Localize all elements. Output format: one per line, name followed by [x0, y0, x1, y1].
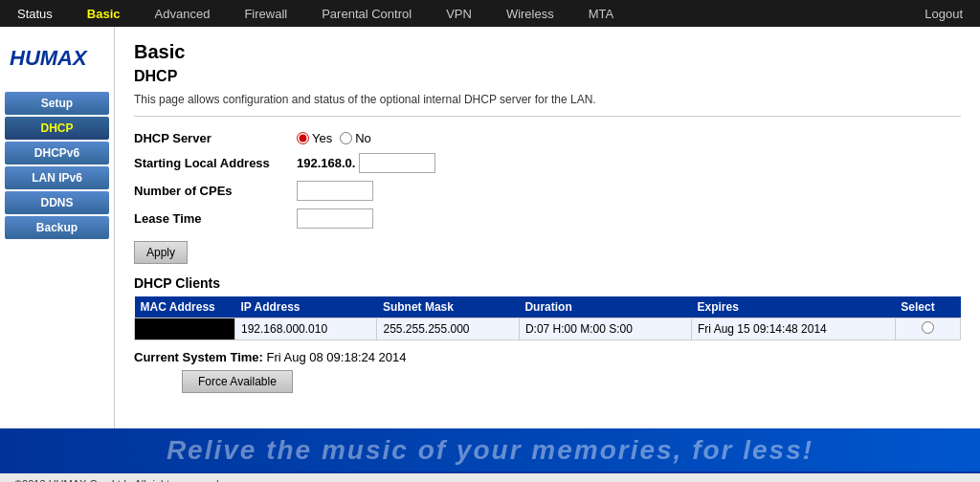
- dhcp-server-yes-radio[interactable]: [297, 132, 309, 144]
- dhcp-server-yes-text: Yes: [312, 131, 332, 145]
- current-time-value: Fri Aug 08 09:18:24 2014: [266, 350, 406, 364]
- starting-address-value: 192.168.0. 10: [297, 153, 435, 173]
- dhcp-server-no-radio[interactable]: [340, 132, 352, 144]
- dhcp-clients-table: MAC Address IP Address Subnet Mask Durat…: [134, 296, 961, 340]
- col-duration: Duration: [519, 296, 691, 318]
- cell-select[interactable]: [895, 318, 960, 340]
- cell-duration: D:07 H:00 M:00 S:00: [519, 318, 691, 340]
- sidebar-item-dhcp[interactable]: DHCP: [5, 117, 109, 140]
- ip-prefix: 192.168.0.: [297, 156, 355, 170]
- sidebar-item-setup[interactable]: Setup: [5, 92, 109, 115]
- num-cpes-row: Number of CPEs 1: [134, 181, 961, 201]
- section-title: DHCP: [134, 68, 961, 85]
- lease-time-row: Lease Time 604800: [134, 208, 961, 229]
- col-subnet: Subnet Mask: [377, 296, 519, 318]
- cell-expires: Fri Aug 15 09:14:48 2014: [691, 318, 895, 340]
- sidebar: HUMAX Setup DHCP DHCPv6 LAN IPv6 DDNS Ba…: [0, 27, 115, 428]
- num-cpes-input[interactable]: 1: [297, 181, 373, 201]
- page-title: Basic: [134, 41, 961, 63]
- dhcp-server-row: DHCP Server Yes No: [134, 131, 961, 145]
- logo: HUMAX: [0, 36, 114, 90]
- nav-advanced[interactable]: Advanced: [138, 0, 228, 27]
- table-row: 192.168.000.010 255.255.255.000 D:07 H:0…: [135, 318, 961, 340]
- sidebar-item-ddns[interactable]: DDNS: [5, 191, 109, 214]
- nav-status[interactable]: Status: [0, 0, 70, 27]
- nav-mta[interactable]: MTA: [571, 0, 631, 27]
- col-ip: IP Address: [235, 296, 377, 318]
- footer-text: ©2013 HUMAX Co., Ltd.. All rights reserv…: [14, 478, 222, 482]
- dhcp-server-label: DHCP Server: [134, 131, 297, 145]
- content: Basic DHCP This page allows configuratio…: [115, 27, 980, 428]
- footer: ©2013 HUMAX Co., Ltd.. All rights reserv…: [0, 471, 980, 482]
- banner: Relive the music of your memories, for l…: [0, 428, 980, 471]
- nav-firewall[interactable]: Firewall: [227, 0, 304, 27]
- cell-mac: [135, 318, 235, 340]
- nav-basic[interactable]: Basic: [70, 0, 138, 27]
- col-select: Select: [895, 296, 960, 318]
- sidebar-item-backup[interactable]: Backup: [5, 216, 109, 239]
- dhcp-server-yes-label[interactable]: Yes: [297, 131, 332, 145]
- page-description: This page allows configuration and statu…: [134, 93, 961, 117]
- nav-vpn[interactable]: VPN: [429, 0, 489, 27]
- dhcp-server-no-label[interactable]: No: [340, 131, 371, 145]
- nav-wireless[interactable]: Wireless: [489, 0, 571, 27]
- apply-button[interactable]: Apply: [134, 241, 188, 264]
- dhcp-server-no-text: No: [355, 131, 371, 145]
- dhcp-clients-title: DHCP Clients: [134, 275, 961, 291]
- cell-subnet: 255.255.255.000: [377, 318, 519, 340]
- top-nav: Status Basic Advanced Firewall Parental …: [0, 0, 980, 27]
- nav-parental-control[interactable]: Parental Control: [304, 0, 429, 27]
- main-layout: HUMAX Setup DHCP DHCPv6 LAN IPv6 DDNS Ba…: [0, 27, 980, 428]
- banner-text: Relive the music of your memories, for l…: [167, 435, 813, 466]
- force-available-button[interactable]: Force Available: [182, 370, 293, 393]
- select-radio[interactable]: [922, 321, 934, 334]
- nav-logout[interactable]: Logout: [907, 0, 980, 27]
- current-time-label: Current System Time:: [134, 350, 263, 364]
- sidebar-item-lan-ipv6[interactable]: LAN IPv6: [5, 166, 109, 189]
- num-cpes-label: Number of CPEs: [134, 184, 297, 198]
- col-expires: Expires: [691, 296, 895, 318]
- current-time: Current System Time: Fri Aug 08 09:18:24…: [134, 350, 961, 364]
- dhcp-server-radio-group: Yes No: [297, 131, 371, 145]
- table-header-row: MAC Address IP Address Subnet Mask Durat…: [135, 296, 961, 318]
- lease-time-input[interactable]: 604800: [297, 208, 373, 229]
- sidebar-item-dhcpv6[interactable]: DHCPv6: [5, 142, 109, 164]
- lease-time-label: Lease Time: [134, 211, 297, 226]
- starting-address-label: Starting Local Address: [134, 156, 297, 170]
- ip-suffix-input[interactable]: 10: [359, 153, 435, 173]
- cell-ip: 192.168.000.010: [235, 318, 377, 340]
- starting-address-row: Starting Local Address 192.168.0. 10: [134, 153, 961, 173]
- col-mac: MAC Address: [135, 296, 235, 318]
